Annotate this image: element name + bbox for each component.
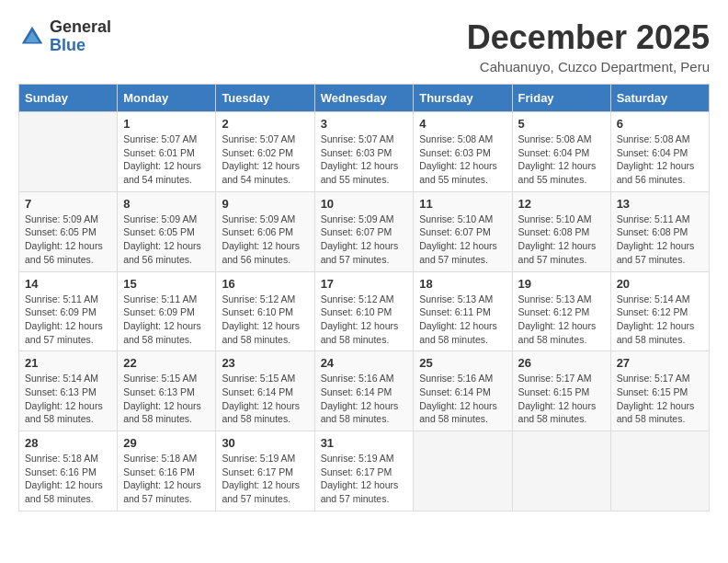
calendar-cell: 8Sunrise: 5:09 AMSunset: 6:05 PMDaylight… xyxy=(118,191,216,271)
week-row-1: 1Sunrise: 5:07 AMSunset: 6:01 PMDaylight… xyxy=(19,112,710,192)
day-info: Sunrise: 5:14 AMSunset: 6:13 PMDaylight:… xyxy=(25,372,111,426)
calendar-cell: 13Sunrise: 5:11 AMSunset: 6:08 PMDayligh… xyxy=(610,191,709,271)
calendar-cell: 20Sunrise: 5:14 AMSunset: 6:12 PMDayligh… xyxy=(610,271,709,351)
day-info: Sunrise: 5:17 AMSunset: 6:15 PMDaylight:… xyxy=(518,372,605,426)
day-info: Sunrise: 5:11 AMSunset: 6:08 PMDaylight:… xyxy=(617,213,703,267)
calendar-cell: 7Sunrise: 5:09 AMSunset: 6:05 PMDaylight… xyxy=(19,191,118,271)
logo-general-text: General xyxy=(50,18,111,37)
calendar-cell xyxy=(414,431,512,511)
calendar-cell: 19Sunrise: 5:13 AMSunset: 6:12 PMDayligh… xyxy=(512,271,610,351)
day-number: 13 xyxy=(617,197,703,211)
calendar-cell: 5Sunrise: 5:08 AMSunset: 6:04 PMDaylight… xyxy=(512,112,610,192)
calendar-cell: 25Sunrise: 5:16 AMSunset: 6:14 PMDayligh… xyxy=(414,351,512,431)
day-number: 12 xyxy=(518,197,605,211)
weekday-header-tuesday: Tuesday xyxy=(216,85,314,112)
logo-icon xyxy=(18,23,46,51)
calendar-cell: 30Sunrise: 5:19 AMSunset: 6:17 PMDayligh… xyxy=(216,431,314,511)
day-info: Sunrise: 5:19 AMSunset: 6:17 PMDaylight:… xyxy=(321,452,408,506)
day-number: 8 xyxy=(123,197,210,211)
day-info: Sunrise: 5:18 AMSunset: 6:16 PMDaylight:… xyxy=(25,452,111,506)
week-row-4: 21Sunrise: 5:14 AMSunset: 6:13 PMDayligh… xyxy=(19,351,710,431)
logo-blue-text: Blue xyxy=(50,37,111,55)
day-info: Sunrise: 5:08 AMSunset: 6:03 PMDaylight:… xyxy=(419,132,506,187)
calendar-cell: 16Sunrise: 5:12 AMSunset: 6:10 PMDayligh… xyxy=(216,271,314,351)
calendar-cell xyxy=(512,431,610,511)
day-number: 14 xyxy=(25,277,111,291)
day-number: 17 xyxy=(321,277,408,291)
day-info: Sunrise: 5:09 AMSunset: 6:06 PMDaylight:… xyxy=(222,213,308,267)
weekday-header-row: SundayMondayTuesdayWednesdayThursdayFrid… xyxy=(19,85,710,112)
calendar-cell: 3Sunrise: 5:07 AMSunset: 6:03 PMDaylight… xyxy=(314,112,414,192)
day-info: Sunrise: 5:18 AMSunset: 6:16 PMDaylight:… xyxy=(123,452,210,506)
calendar-cell: 24Sunrise: 5:16 AMSunset: 6:14 PMDayligh… xyxy=(314,351,414,431)
month-year-title: December 2025 xyxy=(467,18,710,57)
calendar-cell: 27Sunrise: 5:17 AMSunset: 6:15 PMDayligh… xyxy=(610,351,709,431)
logo-text: General Blue xyxy=(50,18,111,55)
day-info: Sunrise: 5:11 AMSunset: 6:09 PMDaylight:… xyxy=(25,293,111,347)
day-info: Sunrise: 5:07 AMSunset: 6:03 PMDaylight:… xyxy=(321,132,408,187)
day-number: 31 xyxy=(321,436,408,450)
day-info: Sunrise: 5:16 AMSunset: 6:14 PMDaylight:… xyxy=(321,372,408,426)
day-number: 3 xyxy=(321,117,408,131)
weekday-header-friday: Friday xyxy=(512,85,610,112)
calendar-cell xyxy=(19,112,118,192)
day-number: 11 xyxy=(419,197,506,211)
calendar-cell: 10Sunrise: 5:09 AMSunset: 6:07 PMDayligh… xyxy=(314,191,414,271)
day-info: Sunrise: 5:12 AMSunset: 6:10 PMDaylight:… xyxy=(321,293,408,347)
calendar-cell: 4Sunrise: 5:08 AMSunset: 6:03 PMDaylight… xyxy=(414,112,512,192)
day-number: 23 xyxy=(222,356,308,370)
day-info: Sunrise: 5:11 AMSunset: 6:09 PMDaylight:… xyxy=(123,293,210,347)
day-info: Sunrise: 5:14 AMSunset: 6:12 PMDaylight:… xyxy=(617,293,703,347)
calendar-cell: 1Sunrise: 5:07 AMSunset: 6:01 PMDaylight… xyxy=(118,112,216,192)
day-info: Sunrise: 5:13 AMSunset: 6:12 PMDaylight:… xyxy=(518,293,605,347)
day-number: 29 xyxy=(123,436,210,450)
calendar-cell: 31Sunrise: 5:19 AMSunset: 6:17 PMDayligh… xyxy=(314,431,414,511)
day-number: 25 xyxy=(419,356,506,370)
day-info: Sunrise: 5:07 AMSunset: 6:01 PMDaylight:… xyxy=(123,132,210,187)
title-section: December 2025 Cahuanuyo, Cuzco Departmen… xyxy=(467,18,710,75)
week-row-3: 14Sunrise: 5:11 AMSunset: 6:09 PMDayligh… xyxy=(19,271,710,351)
day-info: Sunrise: 5:13 AMSunset: 6:11 PMDaylight:… xyxy=(419,293,506,347)
day-info: Sunrise: 5:17 AMSunset: 6:15 PMDaylight:… xyxy=(617,372,703,426)
day-number: 18 xyxy=(419,277,506,291)
day-info: Sunrise: 5:09 AMSunset: 6:05 PMDaylight:… xyxy=(123,213,210,267)
day-info: Sunrise: 5:09 AMSunset: 6:05 PMDaylight:… xyxy=(25,213,111,267)
calendar-cell: 14Sunrise: 5:11 AMSunset: 6:09 PMDayligh… xyxy=(19,271,118,351)
calendar-cell: 11Sunrise: 5:10 AMSunset: 6:07 PMDayligh… xyxy=(414,191,512,271)
day-number: 20 xyxy=(617,277,703,291)
weekday-header-thursday: Thursday xyxy=(414,85,512,112)
calendar-cell: 29Sunrise: 5:18 AMSunset: 6:16 PMDayligh… xyxy=(118,431,216,511)
calendar-cell: 23Sunrise: 5:15 AMSunset: 6:14 PMDayligh… xyxy=(216,351,314,431)
day-info: Sunrise: 5:09 AMSunset: 6:07 PMDaylight:… xyxy=(321,213,408,267)
day-number: 9 xyxy=(222,197,308,211)
day-info: Sunrise: 5:10 AMSunset: 6:07 PMDaylight:… xyxy=(419,213,506,267)
day-number: 24 xyxy=(321,356,408,370)
day-info: Sunrise: 5:16 AMSunset: 6:14 PMDaylight:… xyxy=(419,372,506,426)
page-header: General Blue December 2025 Cahuanuyo, Cu… xyxy=(18,18,710,75)
calendar-cell: 21Sunrise: 5:14 AMSunset: 6:13 PMDayligh… xyxy=(19,351,118,431)
day-number: 28 xyxy=(25,436,111,450)
day-info: Sunrise: 5:15 AMSunset: 6:13 PMDaylight:… xyxy=(123,372,210,426)
location-subtitle: Cahuanuyo, Cuzco Department, Peru xyxy=(467,59,710,75)
day-number: 7 xyxy=(25,197,111,211)
calendar-cell: 6Sunrise: 5:08 AMSunset: 6:04 PMDaylight… xyxy=(610,112,709,192)
day-info: Sunrise: 5:12 AMSunset: 6:10 PMDaylight:… xyxy=(222,293,308,347)
week-row-2: 7Sunrise: 5:09 AMSunset: 6:05 PMDaylight… xyxy=(19,191,710,271)
day-number: 1 xyxy=(123,117,210,131)
calendar-cell: 28Sunrise: 5:18 AMSunset: 6:16 PMDayligh… xyxy=(19,431,118,511)
day-number: 5 xyxy=(518,117,605,131)
logo: General Blue xyxy=(18,18,111,55)
calendar-cell: 15Sunrise: 5:11 AMSunset: 6:09 PMDayligh… xyxy=(118,271,216,351)
day-number: 22 xyxy=(123,356,210,370)
day-number: 19 xyxy=(518,277,605,291)
calendar-cell: 9Sunrise: 5:09 AMSunset: 6:06 PMDaylight… xyxy=(216,191,314,271)
weekday-header-saturday: Saturday xyxy=(610,85,709,112)
day-info: Sunrise: 5:19 AMSunset: 6:17 PMDaylight:… xyxy=(222,452,308,506)
day-number: 6 xyxy=(617,117,703,131)
week-row-5: 28Sunrise: 5:18 AMSunset: 6:16 PMDayligh… xyxy=(19,431,710,511)
calendar-cell: 12Sunrise: 5:10 AMSunset: 6:08 PMDayligh… xyxy=(512,191,610,271)
day-info: Sunrise: 5:08 AMSunset: 6:04 PMDaylight:… xyxy=(518,132,605,187)
weekday-header-wednesday: Wednesday xyxy=(314,85,414,112)
day-info: Sunrise: 5:07 AMSunset: 6:02 PMDaylight:… xyxy=(222,132,308,187)
day-number: 27 xyxy=(617,356,703,370)
